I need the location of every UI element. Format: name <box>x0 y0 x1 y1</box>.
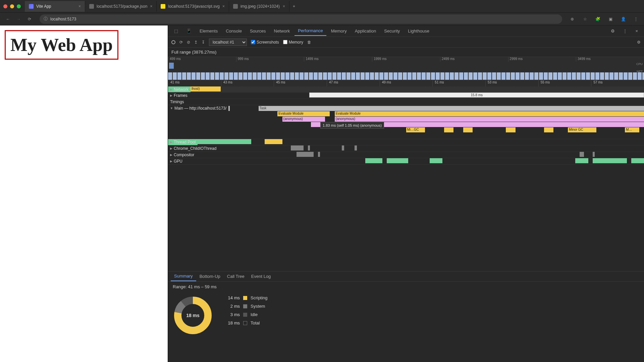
profile-icon[interactable]: 👤 <box>619 15 627 23</box>
track-timings[interactable]: Timings <box>168 99 644 105</box>
track-compositor[interactable]: ▶Compositor <box>168 152 644 158</box>
maximize-window-button[interactable] <box>17 4 21 8</box>
address-bar[interactable]: ⓘ localhost:5173 <box>40 14 562 24</box>
tab-memory[interactable]: Memory <box>328 26 350 36</box>
reload-record-button[interactable]: ⟳ <box>179 40 183 45</box>
anonymous-bar[interactable]: (anonymous) <box>282 117 325 122</box>
new-tab-button[interactable]: + <box>289 4 299 9</box>
close-devtools-icon[interactable]: × <box>632 26 641 36</box>
bookmark-icon[interactable]: ☆ <box>581 15 589 23</box>
gc-bar[interactable] <box>444 127 453 132</box>
track-thread-pool[interactable]: ▶Thread Pool <box>168 139 644 145</box>
eval-module-bar[interactable]: Evaluate Module <box>335 111 644 116</box>
close-tab-icon[interactable]: × <box>283 4 285 9</box>
tab-elements[interactable]: Elements <box>196 26 221 36</box>
anonymous-bar[interactable]: (anonymous) <box>335 117 644 122</box>
extensions-icon[interactable]: 🧩 <box>594 15 602 23</box>
tab-security[interactable]: Security <box>381 26 403 36</box>
back-button[interactable]: ← <box>4 15 12 23</box>
minor-gc-bar[interactable]: Mi…GC <box>406 127 425 132</box>
menu-icon[interactable]: ⋮ <box>632 15 640 23</box>
more-icon[interactable]: ⋮ <box>620 26 631 36</box>
clear-button[interactable]: ⊘ <box>187 40 190 45</box>
cpu-label: CPU <box>636 62 643 66</box>
comp-bar[interactable] <box>297 152 314 157</box>
track-chrome-io[interactable]: ▶Chrome_ChildIOThread <box>168 145 644 152</box>
io-bar[interactable] <box>291 145 304 150</box>
gc-bar[interactable] <box>463 127 473 132</box>
close-tab-icon[interactable]: × <box>222 4 225 9</box>
capture-settings-icon[interactable]: ⚙ <box>637 40 641 45</box>
task-bar[interactable]: Task <box>259 106 644 111</box>
save-profile-button[interactable]: ↧ <box>202 40 205 45</box>
comp-bar[interactable] <box>580 152 584 157</box>
tab-package-json[interactable]: localhost:5173/package.json × <box>85 1 157 12</box>
settings-icon[interactable]: ⚙ <box>607 26 618 36</box>
tab-performance[interactable]: Performance <box>294 26 326 36</box>
inspect-icon[interactable]: ⬚ <box>171 26 181 36</box>
gc-bar[interactable] <box>544 127 553 132</box>
tab-label: localhost:5173/javascript.svg <box>168 4 219 9</box>
tab-network[interactable]: Network <box>271 26 293 36</box>
gc-button[interactable]: 🗑 <box>307 40 311 45</box>
eval-module-bar[interactable]: Evaluate Module <box>277 111 330 116</box>
tab-event-log[interactable]: Event Log <box>248 272 274 281</box>
overview-selection[interactable] <box>169 62 174 69</box>
tab-sources[interactable]: Sources <box>247 26 269 36</box>
summary-panel: Summary Bottom-Up Call Tree Event Log Ra… <box>168 272 644 362</box>
device-toggle-icon[interactable]: 📱 <box>183 26 195 36</box>
flame-tooltip: 1.83 ms (self 1.05 ms) (anonymous) <box>320 122 384 129</box>
io-bar[interactable] <box>342 145 344 150</box>
track-main[interactable]: ▼Main — http://localhost:5173/ Task Task… <box>168 105 644 139</box>
gc-bar[interactable]: M… <box>625 127 639 132</box>
thread-bar[interactable] <box>265 139 282 144</box>
summary-donut: 18 ms <box>173 295 213 336</box>
close-tab-icon[interactable]: × <box>78 4 81 9</box>
screenshots-checkbox[interactable]: Screenshots <box>251 40 279 45</box>
frame-bar[interactable]: 15.8 ms <box>309 93 644 98</box>
track-frames[interactable]: ▶Frames 15.8 ms <box>168 93 644 99</box>
flame-chart[interactable]: 41 ms 43 ms 45 ms 47 ms 49 ms 51 ms 53 m… <box>168 80 644 272</box>
gpu-bar[interactable] <box>593 158 627 163</box>
close-tab-icon[interactable]: × <box>150 4 152 9</box>
comp-bar[interactable] <box>593 152 595 157</box>
panel-icon[interactable]: ▣ <box>606 15 614 23</box>
gpu-bar[interactable] <box>387 158 408 163</box>
tab-vite-app[interactable]: Vite App × <box>25 1 85 12</box>
gpu-bar[interactable] <box>631 158 644 163</box>
gpu-bar[interactable] <box>365 158 382 163</box>
reload-button[interactable]: ⟳ <box>25 15 34 23</box>
gpu-bar[interactable] <box>430 158 442 163</box>
tab-call-tree[interactable]: Call Tree <box>224 272 248 281</box>
thread-bar[interactable] <box>198 139 251 144</box>
tab-img-jpeg[interactable]: img.jpeg (1024×1024) × <box>229 1 289 12</box>
minor-gc-bar[interactable]: Minor GC <box>568 127 596 132</box>
tab-summary[interactable]: Summary <box>171 272 196 281</box>
image-icon <box>233 4 238 9</box>
load-profile-button[interactable]: ↥ <box>194 40 198 45</box>
tab-application[interactable]: Application <box>352 26 380 36</box>
zoom-icon[interactable]: ⊕ <box>568 15 576 23</box>
recording-select[interactable]: localhost #1 <box>209 39 247 46</box>
tab-console[interactable]: Console <box>222 26 245 36</box>
track-network[interactable]: ▶Network lhost) <box>168 86 644 93</box>
tab-bottom-up[interactable]: Bottom-Up <box>196 272 224 281</box>
comp-bar[interactable] <box>318 152 320 157</box>
gc-bar[interactable] <box>506 127 515 132</box>
io-bar[interactable] <box>308 145 310 150</box>
minimize-window-button[interactable] <box>10 4 14 8</box>
gpu-bar[interactable] <box>575 158 588 163</box>
ruler-tick: 45 ms <box>274 80 327 86</box>
io-bar[interactable] <box>355 145 357 150</box>
site-info-icon[interactable]: ⓘ <box>44 16 48 22</box>
track-gpu[interactable]: ▶GPU <box>168 158 644 165</box>
tab-javascript-svg[interactable]: localhost:5173/javascript.svg × <box>157 1 229 12</box>
url-text: localhost:5173 <box>50 17 76 21</box>
tab-lighthouse[interactable]: Lighthouse <box>405 26 433 36</box>
record-button[interactable] <box>171 40 175 44</box>
overview-timeline[interactable]: 499 ms 999 ms 1499 ms 1999 ms 2499 ms 29… <box>168 57 644 80</box>
close-window-button[interactable] <box>3 4 7 8</box>
forward-button[interactable]: → <box>15 15 23 23</box>
network-bar[interactable]: lhost) <box>191 86 221 92</box>
memory-checkbox[interactable]: Memory <box>283 40 303 45</box>
